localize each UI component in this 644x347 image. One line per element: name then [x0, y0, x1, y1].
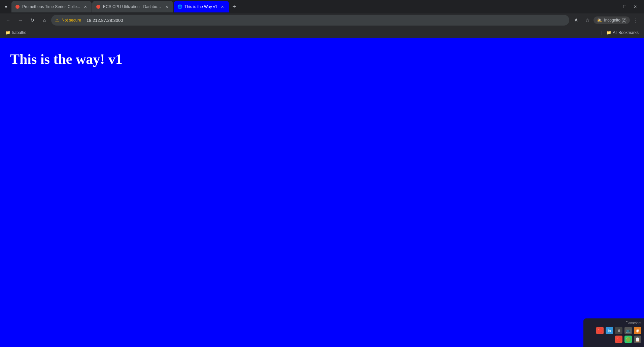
bookmark-star-icon[interactable]: ☆ — [582, 15, 593, 26]
menu-icon[interactable]: ⋮ — [631, 15, 641, 26]
security-label: Not secure — [62, 18, 81, 23]
chrome-tray-icon[interactable]: ◉ — [634, 327, 641, 334]
tab-title-thisway: This is the Way v1 — [184, 4, 217, 9]
tab-prometheus[interactable]: Prometheus Time Series Colle... ✕ — [11, 1, 92, 12]
tab-thisway[interactable]: 🌐 This is the Way v1 ✕ — [174, 1, 229, 12]
tab-close-ecs[interactable]: ✕ — [164, 4, 170, 10]
bookmark-trabalho[interactable]: 📁 trabalho — [3, 29, 29, 36]
minimize-button[interactable]: — — [609, 2, 618, 11]
address-field[interactable]: ⚠ Not secure 18.212.87.28:3000 — [51, 15, 569, 26]
clip-tray-icon[interactable]: 📋 — [634, 336, 641, 343]
incognito-button[interactable]: 🕵 Incognito (2) — [594, 16, 630, 24]
forward-button[interactable]: → — [15, 15, 26, 26]
tab-ecs[interactable]: ECS CPU Utilization - Dashboa... ✕ — [92, 1, 173, 12]
translate-icon[interactable]: A — [571, 15, 581, 26]
new-tab-button[interactable]: + — [230, 2, 239, 11]
page-heading: This is the way! v1 — [10, 51, 634, 67]
address-bar-right: A ☆ 🕵 Incognito (2) ⋮ — [571, 15, 641, 26]
refresh-tray-icon[interactable]: 🟢 — [624, 336, 632, 343]
tab-title-prometheus: Prometheus Time Series Colle... — [22, 4, 80, 9]
page-content: This is the way! v1 — [0, 38, 644, 347]
address-bar: ← → ↻ ⌂ ⚠ Not secure 18.212.87.28:3000 A… — [0, 13, 644, 27]
all-bookmarks-label: All Bookmarks — [613, 30, 639, 35]
reload-button[interactable]: ↻ — [27, 15, 38, 26]
address-text: 18.212.87.28:3000 — [87, 18, 123, 23]
bookmarks-right: | 📁 All Bookmarks — [601, 29, 641, 36]
flameshot-icon[interactable]: 🔴 — [596, 327, 604, 334]
tab-close-prometheus[interactable]: ✕ — [82, 4, 88, 10]
bookmark-label: trabalho — [12, 30, 26, 35]
back-button[interactable]: ← — [3, 15, 13, 26]
system-tray: Flameshot 🔴 in 🖥 📺 ◉ 🔴 🟢 📋 — [583, 318, 644, 347]
close-window-button[interactable]: ✕ — [631, 2, 640, 11]
bookmark-folder-icon: 📁 — [5, 30, 10, 35]
maximize-button[interactable]: ☐ — [620, 2, 629, 11]
tab-favicon-thisway: 🌐 — [177, 4, 182, 9]
all-bookmarks-folder-icon: 📁 — [606, 30, 611, 35]
monitor-tray-icon[interactable]: 🖥 — [615, 327, 622, 334]
linkedin-icon[interactable]: in — [606, 327, 613, 334]
browser-frame: ▼ Prometheus Time Series Colle... ✕ ECS … — [0, 0, 644, 38]
bookmark-divider: | — [601, 30, 602, 35]
bookmarks-bar: 📁 trabalho | 📁 All Bookmarks — [0, 27, 644, 38]
incognito-icon: 🕵 — [597, 18, 602, 23]
window-controls: — ☐ ✕ — [609, 2, 643, 11]
tab-dropdown-button[interactable]: ▼ — [1, 2, 11, 11]
tray-row-1: 🔴 in 🖥 📺 ◉ — [586, 327, 641, 334]
display-tray-icon[interactable]: 📺 — [624, 327, 632, 334]
tray-row-2: 🔴 🟢 📋 — [586, 336, 641, 343]
incognito-label: Incognito (2) — [604, 18, 626, 23]
security-icon: ⚠ — [55, 18, 59, 23]
tab-favicon-prometheus — [15, 4, 20, 9]
tray-label: Flameshot — [586, 321, 641, 325]
tab-bar: ▼ Prometheus Time Series Colle... ✕ ECS … — [0, 0, 644, 13]
fire-tray-icon[interactable]: 🔴 — [615, 336, 622, 343]
tab-close-thisway[interactable]: ✕ — [219, 4, 226, 10]
home-button[interactable]: ⌂ — [39, 15, 50, 26]
tab-title-ecs: ECS CPU Utilization - Dashboa... — [103, 4, 162, 9]
all-bookmarks-button[interactable]: 📁 All Bookmarks — [604, 29, 641, 36]
tab-favicon-ecs — [96, 4, 101, 9]
